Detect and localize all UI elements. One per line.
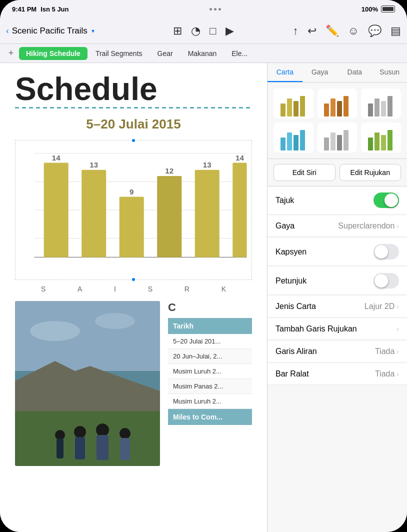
svg-rect-46	[294, 135, 298, 150]
svg-rect-37	[330, 98, 336, 116]
svg-point-30	[120, 428, 130, 439]
settings-group-tambah-garis: Tambah Garis Rujukan ›	[268, 318, 407, 340]
panel-tab-susun[interactable]: Susun	[372, 63, 407, 82]
style4-preview	[278, 128, 308, 150]
garis-aliran-chevron-icon: ›	[396, 348, 399, 356]
data-table: Tarikh 5–20 Julai 201... 20 Jun–Julai, 2…	[168, 318, 252, 425]
chart-style-2[interactable]	[318, 88, 358, 118]
style1-preview	[278, 94, 308, 116]
x-label-s2: S	[148, 285, 152, 293]
petunjuk-toggle[interactable]	[374, 273, 399, 288]
schedule-title: Schedule	[15, 73, 252, 105]
tab-gear[interactable]: Gear	[150, 47, 180, 60]
chart-container[interactable]: 14 13 9 12 13	[15, 140, 252, 280]
svg-rect-29	[96, 435, 108, 460]
svg-rect-45	[287, 132, 292, 150]
settings-group-jenis-carta: Jenis Carta Lajur 2D ›	[268, 296, 407, 318]
day-label: Isn 5 Jun	[40, 6, 68, 13]
svg-rect-11	[157, 176, 182, 257]
chart-style-1[interactable]	[274, 88, 314, 118]
battery-icon	[381, 6, 395, 12]
svg-rect-15	[232, 163, 246, 258]
tab-trail-segments[interactable]: Trail Segments	[88, 47, 150, 60]
panel-tab-carta[interactable]: Carta	[268, 63, 302, 82]
svg-rect-35	[300, 96, 305, 116]
garis-aliran-value: Tiada	[375, 347, 394, 356]
bar-ralat-value: Tiada	[375, 370, 394, 378]
back-chevron-icon: ‹	[6, 26, 9, 36]
tajuk-toggle[interactable]	[374, 192, 399, 208]
dot2	[214, 8, 216, 10]
status-bar: 9:41 PM Isn 5 Jun 100%	[0, 0, 407, 18]
title-chevron-icon[interactable]: ▾	[92, 28, 94, 34]
svg-rect-54	[381, 135, 386, 150]
col-miles: Miles to Com...	[168, 409, 252, 426]
settings-row-gaya[interactable]: Gaya Superclarendon ›	[268, 216, 407, 237]
bar-ralat-label: Bar Ralat	[276, 370, 375, 378]
edit-siri-button[interactable]: Edit Siri	[274, 164, 336, 181]
table-icon[interactable]: ⊞	[173, 24, 182, 38]
top-toolbar: ‹ Scenic Pacific Trails ▾ ⊞ ◔ □ ▶ ↑ ↩ ✏️…	[0, 18, 407, 44]
svg-rect-39	[344, 96, 348, 116]
svg-rect-23	[15, 411, 160, 466]
share-icon[interactable]: ↑	[293, 24, 298, 38]
kapsyen-toggle[interactable]	[374, 244, 399, 260]
emoji-icon[interactable]: ☺	[348, 24, 359, 38]
panel-tab-gaya[interactable]: Gaya	[302, 63, 338, 82]
petunjuk-label: Petunjuk	[276, 276, 374, 286]
jenis-carta-chevron-icon: ›	[396, 302, 399, 310]
svg-rect-5	[44, 163, 68, 258]
svg-rect-25	[56, 438, 64, 458]
settings-row-jenis-carta[interactable]: Jenis Carta Lajur 2D ›	[268, 296, 407, 318]
svg-rect-38	[337, 101, 342, 116]
svg-rect-31	[120, 438, 130, 460]
svg-rect-50	[337, 135, 342, 150]
media-icon[interactable]: ▶	[226, 24, 234, 38]
settings-row-bar-ralat[interactable]: Bar Ralat Tiada ›	[268, 364, 407, 385]
chart-style-4[interactable]	[274, 122, 314, 152]
tab-ele[interactable]: Ele...	[224, 47, 254, 60]
jenis-carta-label: Jenis Carta	[276, 302, 364, 311]
bar-chart: 14 13 9 12 13	[16, 140, 252, 280]
back-button[interactable]: ‹	[6, 26, 9, 36]
tajuk-label: Tajuk	[276, 196, 374, 205]
settings-row-tajuk: Tajuk	[268, 186, 407, 214]
table-section: C Tarikh 5–20 Julai 201... 20 Jun–Julai,…	[168, 301, 252, 466]
settings-row-kapsyen: Kapsyen	[268, 238, 407, 266]
tab-hiking-schedule[interactable]: Hiking Schedule	[19, 47, 88, 60]
tab-makanan[interactable]: Makanan	[181, 47, 224, 60]
svg-rect-44	[280, 138, 286, 150]
garis-aliran-label: Garis Aliran	[276, 347, 375, 356]
svg-rect-55	[388, 130, 392, 150]
settings-row-tambah-garis[interactable]: Tambah Garis Rujukan ›	[268, 318, 407, 340]
chart-style-5[interactable]	[318, 122, 358, 152]
settings-group-bar-ralat: Bar Ralat Tiada ›	[268, 364, 407, 385]
document-bottom: C Tarikh 5–20 Julai 201... 20 Jun–Julai,…	[15, 301, 252, 466]
undo-icon[interactable]: ↩	[308, 24, 316, 38]
add-sheet-button[interactable]: +	[4, 46, 18, 60]
more-icon[interactable]: ▤	[390, 24, 401, 38]
svg-point-26	[74, 426, 86, 438]
settings-row-garis-aliran[interactable]: Garis Aliran Tiada ›	[268, 341, 407, 362]
panel-tab-data[interactable]: Data	[338, 63, 372, 82]
chart-icon[interactable]: ◔	[191, 24, 200, 38]
svg-rect-41	[374, 98, 380, 116]
svg-rect-51	[344, 130, 348, 150]
chart-style-3[interactable]	[361, 88, 401, 118]
svg-text:14: 14	[52, 154, 60, 162]
jenis-carta-value: Lajur 2D	[364, 302, 394, 311]
svg-point-19	[95, 313, 135, 329]
edit-rujukan-button[interactable]: Edit Rujukan	[340, 164, 402, 181]
pencil-icon[interactable]: ✏️	[326, 24, 339, 38]
svg-rect-32	[280, 104, 286, 116]
status-battery: 100%	[362, 6, 395, 13]
comment-icon[interactable]: 💬	[368, 24, 382, 38]
svg-rect-47	[300, 130, 305, 150]
svg-rect-53	[374, 132, 380, 150]
textbox-icon[interactable]: □	[210, 24, 216, 38]
toolbar-right: ↑ ↩ ✏️ ☺ 💬 ▤	[234, 24, 401, 38]
date-heading: 5–20 Julai 2015	[15, 116, 252, 132]
svg-rect-43	[388, 96, 392, 116]
chart-style-6[interactable]	[361, 122, 401, 152]
settings-group-kapsyen: Kapsyen	[268, 238, 407, 266]
